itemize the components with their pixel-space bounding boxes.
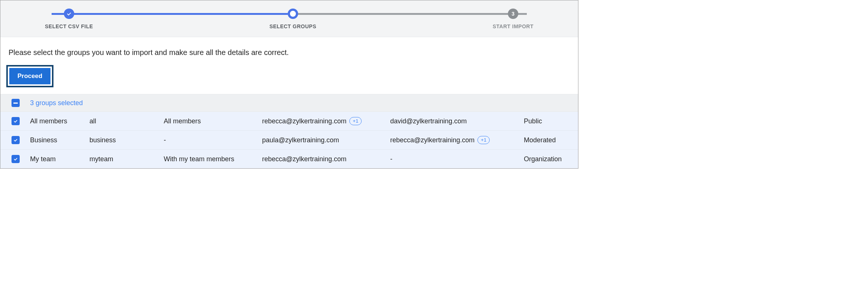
select-all-checkbox[interactable] bbox=[12, 99, 20, 107]
row-checkbox[interactable] bbox=[12, 155, 20, 163]
table-row: Business business - paula@zylkertraining… bbox=[0, 131, 578, 150]
step-select-groups[interactable]: SELECT GROUPS bbox=[270, 9, 316, 29]
group-alias: all bbox=[89, 117, 164, 125]
group-description: - bbox=[164, 136, 262, 144]
proceed-highlight: Proceed bbox=[6, 65, 53, 87]
group-visibility: Public bbox=[524, 117, 567, 125]
step-select-csv-file[interactable]: SELECT CSV FILE bbox=[45, 9, 93, 29]
group-name: Business bbox=[30, 136, 89, 144]
group-visibility: Moderated bbox=[524, 136, 567, 144]
table-header-row: 3 groups selected bbox=[0, 94, 578, 112]
step-label: SELECT GROUPS bbox=[270, 23, 316, 29]
selection-summary: 3 groups selected bbox=[30, 99, 83, 107]
step-start-import[interactable]: 3 START IMPORT bbox=[493, 9, 533, 29]
stepper: SELECT CSV FILE SELECT GROUPS 3 START IM… bbox=[45, 9, 533, 29]
group-visibility: Organization bbox=[524, 155, 567, 163]
more-count-badge[interactable]: +1 bbox=[349, 117, 362, 125]
more-count-badge[interactable]: +1 bbox=[477, 136, 490, 144]
group-description: All members bbox=[164, 117, 262, 125]
instruction-text: Please select the groups you want to imp… bbox=[9, 48, 571, 57]
group-member-email: rebecca@zylkertraining.com bbox=[262, 155, 346, 163]
step-dot-current bbox=[288, 9, 298, 19]
check-icon bbox=[64, 9, 74, 19]
group-moderator-email: david@zylkertraining.com bbox=[390, 117, 467, 125]
group-name: My team bbox=[30, 155, 89, 163]
import-groups-window: SELECT CSV FILE SELECT GROUPS 3 START IM… bbox=[0, 0, 578, 169]
group-moderator-email: - bbox=[390, 155, 392, 163]
group-name: All members bbox=[30, 117, 89, 125]
table-row: All members all All members rebecca@zylk… bbox=[0, 112, 578, 131]
group-member-email: rebecca@zylkertraining.com bbox=[262, 117, 346, 125]
group-moderator-email: rebecca@zylkertraining.com bbox=[390, 136, 474, 144]
step-label: START IMPORT bbox=[493, 23, 533, 29]
stepper-bar: SELECT CSV FILE SELECT GROUPS 3 START IM… bbox=[0, 0, 578, 37]
groups-table: 3 groups selected All members all All me… bbox=[0, 94, 578, 168]
group-alias: business bbox=[89, 136, 164, 144]
group-alias: myteam bbox=[89, 155, 164, 163]
step-dot-future: 3 bbox=[508, 9, 518, 19]
step-number: 3 bbox=[512, 11, 515, 17]
group-member-email: paula@zylkertraining.com bbox=[262, 136, 339, 144]
group-description: With my team members bbox=[164, 155, 262, 163]
table-row: My team myteam With my team members rebe… bbox=[0, 150, 578, 168]
stepper-line-pending bbox=[291, 13, 527, 15]
minus-icon bbox=[13, 103, 18, 104]
content-area: Please select the groups you want to imp… bbox=[0, 37, 578, 168]
row-checkbox[interactable] bbox=[12, 117, 20, 125]
row-checkbox[interactable] bbox=[12, 136, 20, 144]
proceed-button[interactable]: Proceed bbox=[9, 68, 50, 84]
step-label: SELECT CSV FILE bbox=[45, 23, 93, 29]
